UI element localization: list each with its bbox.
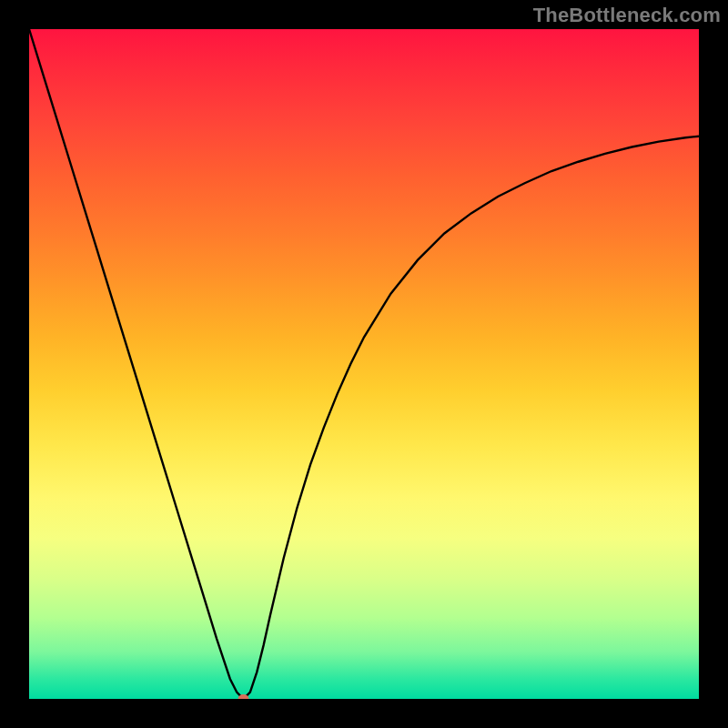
chart-frame: TheBottleneck.com [0, 0, 728, 728]
curve-svg [29, 29, 699, 699]
bottleneck-curve [29, 29, 699, 699]
watermark-text: TheBottleneck.com [533, 4, 721, 27]
plot-area [29, 29, 699, 699]
